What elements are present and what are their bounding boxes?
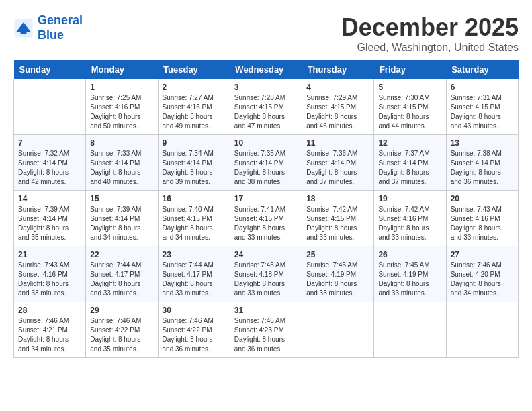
day-info: Sunrise: 7:29 AMSunset: 4:15 PMDaylight:… — [306, 93, 369, 131]
day-info: Sunrise: 7:36 AMSunset: 4:14 PMDaylight:… — [306, 149, 369, 187]
calendar-week-2: 7Sunrise: 7:32 AMSunset: 4:14 PMDaylight… — [14, 135, 519, 191]
day-info: Sunrise: 7:43 AMSunset: 4:16 PMDaylight:… — [18, 261, 81, 298]
day-info: Sunrise: 7:25 AMSunset: 4:16 PMDaylight:… — [90, 93, 153, 131]
calendar-cell: 23Sunrise: 7:44 AMSunset: 4:17 PMDayligh… — [158, 246, 230, 302]
day-number: 29 — [90, 306, 153, 315]
page-header: General Blue December 2025 Gleed, Washin… — [13, 13, 519, 54]
day-info: Sunrise: 7:46 AMSunset: 4:23 PMDaylight:… — [234, 316, 298, 354]
calendar-cell: 31Sunrise: 7:46 AMSunset: 4:23 PMDayligh… — [230, 302, 302, 358]
day-info: Sunrise: 7:45 AMSunset: 4:19 PMDaylight:… — [378, 261, 441, 298]
calendar-cell: 29Sunrise: 7:46 AMSunset: 4:22 PMDayligh… — [86, 302, 158, 358]
day-number: 23 — [163, 250, 226, 259]
day-info: Sunrise: 7:44 AMSunset: 4:17 PMDaylight:… — [90, 261, 153, 298]
day-info: Sunrise: 7:44 AMSunset: 4:17 PMDaylight:… — [163, 261, 226, 298]
day-number: 8 — [90, 138, 153, 148]
logo-line2: Blue — [38, 28, 64, 42]
day-number: 12 — [378, 138, 441, 148]
day-header-monday: Monday — [86, 60, 158, 79]
calendar-cell: 10Sunrise: 7:35 AMSunset: 4:14 PMDayligh… — [230, 135, 302, 191]
day-number: 17 — [234, 194, 298, 203]
day-info: Sunrise: 7:34 AMSunset: 4:14 PMDaylight:… — [163, 149, 226, 187]
day-number: 16 — [163, 194, 226, 203]
day-number: 15 — [90, 194, 153, 203]
day-number: 11 — [306, 138, 369, 148]
calendar-cell — [374, 302, 446, 358]
day-info: Sunrise: 7:33 AMSunset: 4:14 PMDaylight:… — [90, 149, 153, 187]
header-row: SundayMondayTuesdayWednesdayThursdayFrid… — [14, 60, 519, 79]
calendar-cell: 4Sunrise: 7:29 AMSunset: 4:15 PMDaylight… — [302, 79, 374, 135]
day-info: Sunrise: 7:45 AMSunset: 4:19 PMDaylight:… — [306, 261, 369, 298]
calendar-cell: 26Sunrise: 7:45 AMSunset: 4:19 PMDayligh… — [374, 246, 446, 302]
calendar-cell: 27Sunrise: 7:46 AMSunset: 4:20 PMDayligh… — [446, 246, 518, 302]
day-info: Sunrise: 7:28 AMSunset: 4:15 PMDaylight:… — [234, 93, 298, 131]
calendar-cell: 7Sunrise: 7:32 AMSunset: 4:14 PMDaylight… — [14, 135, 86, 191]
calendar-cell: 11Sunrise: 7:36 AMSunset: 4:14 PMDayligh… — [302, 135, 374, 191]
calendar-cell: 9Sunrise: 7:34 AMSunset: 4:14 PMDaylight… — [158, 135, 230, 191]
logo: General Blue — [13, 13, 83, 42]
calendar-cell: 21Sunrise: 7:43 AMSunset: 4:16 PMDayligh… — [14, 246, 86, 302]
calendar-table: SundayMondayTuesdayWednesdayThursdayFrid… — [13, 60, 519, 358]
calendar-cell: 16Sunrise: 7:40 AMSunset: 4:15 PMDayligh… — [158, 191, 230, 246]
calendar-cell: 13Sunrise: 7:38 AMSunset: 4:14 PMDayligh… — [446, 135, 518, 191]
calendar-cell — [14, 79, 86, 135]
calendar-cell: 22Sunrise: 7:44 AMSunset: 4:17 PMDayligh… — [86, 246, 158, 302]
calendar-week-1: 1Sunrise: 7:25 AMSunset: 4:16 PMDaylight… — [14, 79, 519, 135]
calendar-cell: 6Sunrise: 7:31 AMSunset: 4:15 PMDaylight… — [446, 79, 518, 135]
day-info: Sunrise: 7:38 AMSunset: 4:14 PMDaylight:… — [451, 149, 514, 187]
month-title: December 2025 — [341, 13, 519, 42]
calendar-cell: 17Sunrise: 7:41 AMSunset: 4:15 PMDayligh… — [230, 191, 302, 246]
day-number: 19 — [378, 194, 441, 203]
day-number: 27 — [451, 250, 514, 259]
day-info: Sunrise: 7:31 AMSunset: 4:15 PMDaylight:… — [451, 93, 514, 131]
day-info: Sunrise: 7:39 AMSunset: 4:14 PMDaylight:… — [18, 205, 81, 242]
day-header-friday: Friday — [374, 60, 446, 79]
calendar-cell: 1Sunrise: 7:25 AMSunset: 4:16 PMDaylight… — [86, 79, 158, 135]
day-info: Sunrise: 7:41 AMSunset: 4:15 PMDaylight:… — [234, 205, 298, 242]
day-info: Sunrise: 7:30 AMSunset: 4:15 PMDaylight:… — [378, 93, 441, 131]
calendar-cell: 24Sunrise: 7:45 AMSunset: 4:18 PMDayligh… — [230, 246, 302, 302]
day-number: 31 — [234, 306, 298, 315]
calendar-cell: 8Sunrise: 7:33 AMSunset: 4:14 PMDaylight… — [86, 135, 158, 191]
day-info: Sunrise: 7:46 AMSunset: 4:21 PMDaylight:… — [18, 316, 81, 354]
day-number: 18 — [306, 194, 369, 203]
day-info: Sunrise: 7:46 AMSunset: 4:22 PMDaylight:… — [90, 316, 153, 354]
day-info: Sunrise: 7:35 AMSunset: 4:14 PMDaylight:… — [234, 149, 298, 187]
day-number: 6 — [451, 83, 514, 92]
calendar-cell — [446, 302, 518, 358]
day-header-tuesday: Tuesday — [158, 60, 230, 79]
day-number: 26 — [378, 250, 441, 259]
calendar-cell: 14Sunrise: 7:39 AMSunset: 4:14 PMDayligh… — [14, 191, 86, 246]
day-number: 24 — [234, 250, 298, 259]
day-number: 20 — [451, 194, 514, 203]
day-info: Sunrise: 7:42 AMSunset: 4:15 PMDaylight:… — [306, 205, 369, 242]
calendar-week-4: 21Sunrise: 7:43 AMSunset: 4:16 PMDayligh… — [14, 246, 519, 302]
calendar-week-3: 14Sunrise: 7:39 AMSunset: 4:14 PMDayligh… — [14, 191, 519, 246]
day-info: Sunrise: 7:37 AMSunset: 4:14 PMDaylight:… — [378, 149, 441, 187]
logo-text: General Blue — [38, 13, 83, 42]
day-header-thursday: Thursday — [302, 60, 374, 79]
logo-line1: General — [38, 13, 83, 27]
day-number: 2 — [163, 83, 226, 92]
day-number: 9 — [163, 138, 226, 148]
day-number: 10 — [234, 138, 298, 148]
day-number: 22 — [90, 250, 153, 259]
day-number: 21 — [18, 250, 81, 259]
day-info: Sunrise: 7:46 AMSunset: 4:22 PMDaylight:… — [163, 316, 226, 354]
calendar-cell: 19Sunrise: 7:42 AMSunset: 4:16 PMDayligh… — [374, 191, 446, 246]
calendar-cell: 5Sunrise: 7:30 AMSunset: 4:15 PMDaylight… — [374, 79, 446, 135]
day-info: Sunrise: 7:40 AMSunset: 4:15 PMDaylight:… — [163, 205, 226, 242]
day-info: Sunrise: 7:46 AMSunset: 4:20 PMDaylight:… — [451, 261, 514, 298]
title-section: December 2025 Gleed, Washington, United … — [341, 13, 519, 54]
calendar-cell — [302, 302, 374, 358]
day-header-saturday: Saturday — [446, 60, 518, 79]
logo-icon — [13, 18, 34, 38]
day-header-sunday: Sunday — [14, 60, 86, 79]
day-info: Sunrise: 7:39 AMSunset: 4:14 PMDaylight:… — [90, 205, 153, 242]
calendar-cell: 25Sunrise: 7:45 AMSunset: 4:19 PMDayligh… — [302, 246, 374, 302]
calendar-cell: 12Sunrise: 7:37 AMSunset: 4:14 PMDayligh… — [374, 135, 446, 191]
calendar-cell: 2Sunrise: 7:27 AMSunset: 4:16 PMDaylight… — [158, 79, 230, 135]
day-info: Sunrise: 7:43 AMSunset: 4:16 PMDaylight:… — [451, 205, 514, 242]
calendar-cell: 20Sunrise: 7:43 AMSunset: 4:16 PMDayligh… — [446, 191, 518, 246]
day-header-wednesday: Wednesday — [230, 60, 302, 79]
day-number: 4 — [306, 83, 369, 92]
